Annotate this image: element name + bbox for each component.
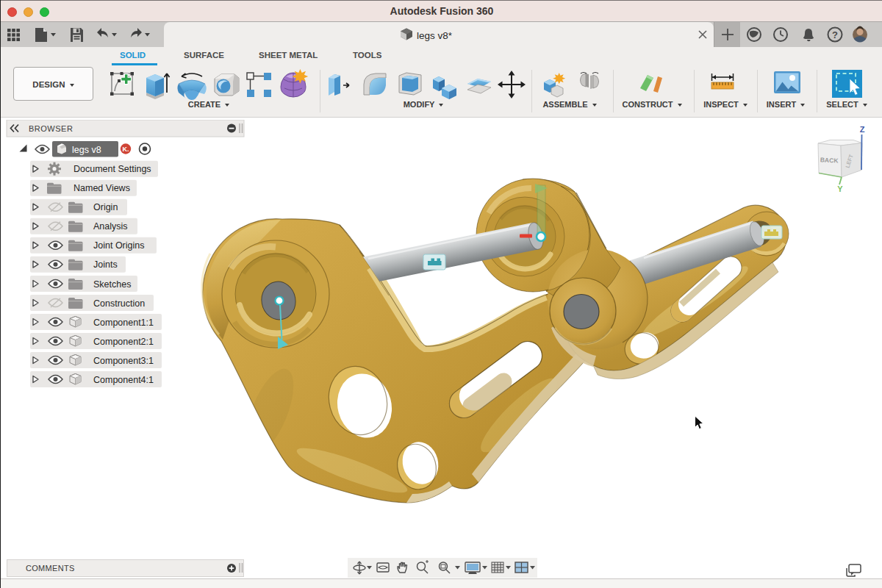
svg-text:Component3:1: Component3:1 — [93, 356, 154, 366]
svg-text:Joints: Joints — [93, 259, 118, 270]
svg-text:Y: Y — [837, 184, 843, 193]
svg-text:?: ? — [832, 29, 838, 40]
svg-text:Document Settings: Document Settings — [74, 164, 151, 174]
svg-text:Sketches: Sketches — [93, 279, 131, 290]
svg-text:Component2:1: Component2:1 — [93, 337, 154, 347]
svg-text:Component4:1: Component4:1 — [93, 375, 154, 385]
svg-text:Named Views: Named Views — [74, 183, 130, 193]
svg-text:Component1:1: Component1:1 — [93, 318, 154, 328]
svg-text:Z: Z — [860, 125, 865, 134]
svg-text:Joint Origins: Joint Origins — [93, 240, 144, 251]
svg-text:Analysis: Analysis — [93, 221, 128, 232]
svg-text:BACK: BACK — [820, 156, 839, 164]
svg-text:K.: K. — [123, 146, 129, 153]
svg-text:legs v8*: legs v8* — [417, 30, 453, 41]
svg-text:Origin: Origin — [93, 202, 118, 212]
svg-text:Construction: Construction — [93, 298, 145, 309]
svg-text:legs v8: legs v8 — [72, 145, 101, 155]
svg-text:BROWSER: BROWSER — [29, 124, 73, 133]
svg-text:COMMENTS: COMMENTS — [26, 564, 75, 573]
